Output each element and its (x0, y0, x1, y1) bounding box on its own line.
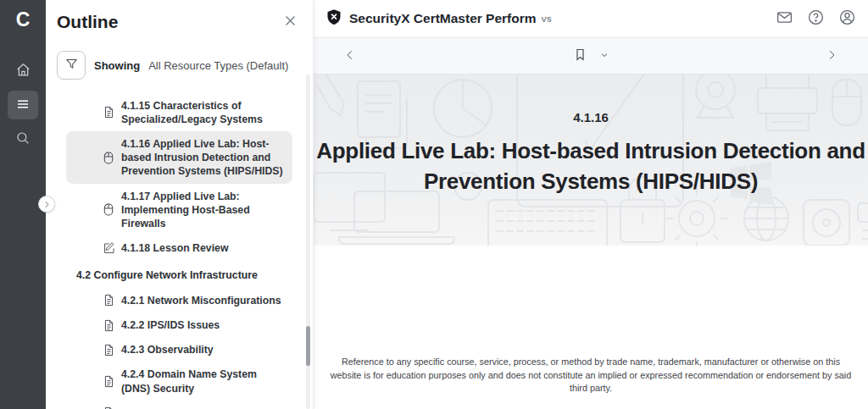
home-icon (15, 62, 31, 80)
help-button[interactable] (807, 8, 825, 29)
outline-item[interactable]: 4.2.4 Domain Name System (DNS) Security (66, 362, 292, 401)
bookmark-menu-button[interactable] (599, 50, 609, 63)
outline-item[interactable]: 4.2.1 Network Misconfigurations (66, 288, 292, 312)
bookmark-icon (573, 47, 587, 65)
outline-item[interactable]: 4.1.17 Applied Live Lab: Implementing Ho… (66, 184, 292, 236)
lesson-title: Applied Live Lab: Host-based Intrusion D… (314, 136, 868, 197)
course-version-badge: V5 (542, 14, 553, 24)
previous-lesson-button[interactable] (344, 49, 356, 64)
messages-button[interactable] (776, 8, 793, 29)
outline-item-label: 4.2.2 IPS/IDS Issues (121, 318, 220, 332)
lab-mouse-icon (103, 152, 115, 164)
search-icon (15, 130, 31, 148)
outline-item[interactable]: 4.2.3 Observability (66, 338, 292, 362)
resource-filter-button[interactable] (57, 51, 86, 80)
chevron-right-icon (43, 198, 51, 211)
document-icon (103, 106, 115, 119)
outline-item-label: 4.1.15 Characteristics of Specialized/Le… (121, 99, 287, 126)
mail-icon (776, 8, 793, 29)
document-icon (103, 375, 115, 388)
panel-collapse-handle[interactable] (38, 196, 55, 213)
outline-list: 4.1.15 Characteristics of Specialized/Le… (46, 86, 313, 409)
hamburger-menu-icon (15, 97, 31, 114)
edit-icon (103, 242, 115, 254)
document-icon (103, 294, 115, 307)
outline-panel: Outline Showing All Resource Types (Defa… (46, 0, 314, 409)
outline-item[interactable]: 4.1.16 Applied Live Lab: Host-based Intr… (66, 131, 292, 184)
third-party-disclaimer: Reference to any specific course, servic… (327, 356, 854, 395)
search-button[interactable] (8, 126, 38, 152)
document-icon (103, 319, 115, 332)
outline-item-label: 4.2 Configure Network Infrastructure (76, 268, 258, 282)
course-topbar: SecurityX CertMaster Perform V5 (314, 0, 868, 38)
lab-mouse-icon (103, 203, 115, 216)
filter-funnel-icon (64, 57, 79, 74)
lesson-number: 4.1.16 (314, 110, 868, 124)
filter-showing-label: Showing (94, 59, 140, 72)
close-outline-button[interactable] (283, 14, 298, 30)
shield-x-logo-icon (326, 8, 342, 29)
filter-value[interactable]: All Resource Types (Default) (148, 59, 288, 72)
chevron-right-icon (826, 49, 837, 64)
outline-item-label: 4.2.1 Network Misconfigurations (121, 294, 281, 307)
main-content: SecurityX CertMaster Perform V5 (314, 0, 868, 409)
course-title: SecurityX CertMaster Perform (349, 11, 537, 26)
chevron-left-icon (344, 49, 356, 64)
outline-item-label: 4.1.17 Applied Live Lab: Implementing Ho… (121, 190, 287, 231)
outline-scrollbar[interactable] (306, 75, 310, 409)
account-button[interactable] (838, 8, 856, 29)
help-question-icon (807, 8, 825, 29)
outline-item-label: 4.2.3 Observability (121, 343, 214, 356)
outline-menu-button[interactable] (8, 91, 38, 119)
bookmark-button[interactable] (573, 47, 587, 65)
outline-item-label: 4.1.16 Applied Live Lab: Host-based Intr… (121, 137, 287, 179)
outline-scrollbar-thumb[interactable] (306, 326, 310, 366)
outline-item[interactable]: 4.2.5 Email Security (66, 401, 292, 409)
home-button[interactable] (8, 58, 38, 84)
account-icon (838, 8, 856, 29)
app-window: C Outline (0, 0, 868, 409)
next-lesson-button[interactable] (826, 49, 837, 64)
outline-panel-title: Outline (57, 12, 118, 32)
chevron-down-icon (599, 50, 609, 63)
outline-item-label: 4.1.18 Lesson Review (121, 241, 228, 255)
outline-item[interactable]: 4.1.15 Characteristics of Specialized/Le… (66, 93, 292, 131)
lesson-navigation-bar (314, 38, 868, 75)
lesson-hero-banner: 4.1.16 Applied Live Lab: Host-based Intr… (314, 75, 868, 246)
outline-item[interactable]: 4.1.18 Lesson Review (66, 236, 292, 261)
outline-item[interactable]: 4.2.2 IPS/IDS Issues (66, 312, 292, 337)
outline-section-heading[interactable]: 4.2 Configure Network Infrastructure (66, 263, 292, 288)
comptia-logo: C (16, 10, 31, 30)
outline-item-label: 4.2.4 Domain Name System (DNS) Security (121, 368, 287, 395)
close-icon (283, 14, 298, 30)
document-icon (103, 344, 115, 356)
